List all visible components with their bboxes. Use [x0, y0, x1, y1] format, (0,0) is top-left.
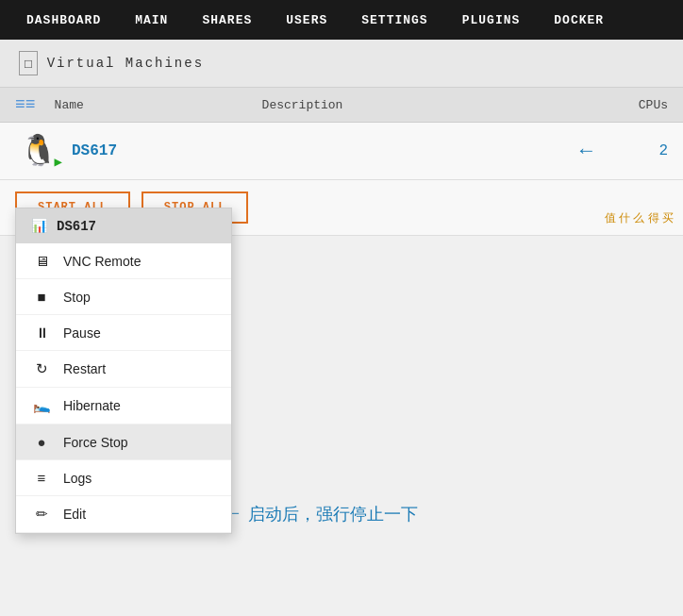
nav-plugins[interactable]: PLUGINS	[445, 0, 538, 40]
dropdown-edit-label: Edit	[63, 507, 86, 522]
dropdown-hibernate-label: Hibernate	[63, 398, 121, 413]
play-icon: ▶	[55, 154, 62, 170]
dropdown-force-stop-label: Force Stop	[63, 435, 127, 450]
stop-icon: ■	[31, 289, 52, 305]
dropdown-stop[interactable]: ■ Stop	[16, 279, 231, 315]
logs-icon: ≡	[31, 470, 52, 486]
restart-icon: ↻	[31, 360, 52, 377]
pause-icon: ⏸	[31, 325, 52, 341]
dropdown-restart-label: Restart	[63, 361, 106, 376]
nav-shares[interactable]: SHARES	[185, 0, 269, 40]
col-header-description: Description	[262, 98, 592, 112]
vm-row: 🐧 ▶ DS617 ← 2	[0, 123, 683, 180]
col-header-name: Name	[55, 98, 262, 112]
nav-docker[interactable]: DOCKER	[537, 0, 621, 40]
dropdown-restart[interactable]: ↻ Restart	[16, 351, 231, 388]
annotation-text: 启动后，强行停止一下	[248, 503, 418, 525]
dropdown-pause[interactable]: ⏸ Pause	[16, 315, 231, 351]
dropdown-logs-label: Logs	[63, 471, 92, 486]
vm-icon-container: 🐧 ▶	[15, 132, 62, 170]
dropdown-edit[interactable]: ✏ Edit	[16, 496, 231, 533]
table-header: ≡≡ Name Description CPUs	[0, 88, 683, 123]
vm-header-icon: ☐	[19, 51, 38, 75]
edit-icon: ✏	[31, 506, 52, 523]
dropdown-logs[interactable]: ≡ Logs	[16, 460, 231, 496]
dropdown-vm-name: DS617	[57, 219, 96, 234]
hibernate-icon: 🛌	[31, 397, 52, 414]
monitor-icon: 🖥	[31, 253, 52, 269]
dropdown-pause-label: Pause	[63, 325, 101, 341]
force-stop-icon: ●	[31, 434, 52, 450]
vm-name-link[interactable]: DS617	[72, 142, 575, 159]
dropdown-stop-label: Stop	[63, 290, 91, 305]
vm-cpus-value: 2	[592, 142, 668, 159]
dropdown-force-stop[interactable]: ● Force Stop	[16, 425, 231, 460]
page-title: Virtual Machines	[47, 56, 204, 71]
dropdown-vnc-remote[interactable]: 🖥 VNC Remote	[16, 243, 231, 279]
col-header-cpus: CPUs	[592, 98, 668, 112]
nav-main[interactable]: MAIN	[118, 0, 185, 40]
nav-users[interactable]: USERS	[269, 0, 344, 40]
annotation-container: ← 启动后，强行停止一下	[226, 502, 418, 525]
dropdown-header-icon: 📊	[31, 218, 47, 234]
nav-settings[interactable]: SETTINGS	[344, 0, 444, 40]
arrow-icon: ←	[580, 140, 592, 163]
dropdown-header: 📊 DS617	[16, 208, 231, 243]
linux-penguin-icon: 🐧	[20, 132, 58, 170]
watermark: 值 什 么 得 买	[605, 210, 674, 226]
navbar: DASHBOARD MAIN SHARES USERS SETTINGS PLU…	[0, 0, 683, 40]
context-menu: 📊 DS617 🖥 VNC Remote ■ Stop ⏸ Pause ↻ Re…	[15, 208, 232, 534]
page-header: ☐ Virtual Machines	[0, 40, 683, 88]
nav-dashboard[interactable]: DASHBOARD	[9, 0, 118, 40]
dropdown-hibernate[interactable]: 🛌 Hibernate	[16, 388, 231, 425]
dropdown-vnc-label: VNC Remote	[63, 254, 141, 269]
table-grid-icon[interactable]: ≡≡	[15, 95, 36, 114]
